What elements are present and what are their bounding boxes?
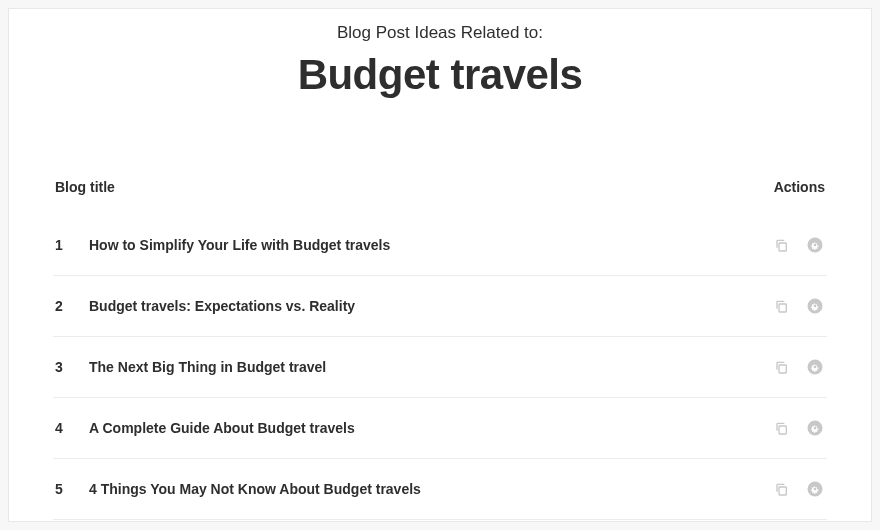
copy-icon[interactable] [771, 296, 791, 316]
row-title: 4 Things You May Not Know About Budget t… [89, 481, 771, 497]
row-actions [771, 296, 825, 316]
row-title: Budget travels: Expectations vs. Reality [89, 298, 771, 314]
rows-container: 1How to Simplify Your Life with Budget t… [53, 215, 827, 520]
svg-rect-1 [779, 304, 786, 312]
table-row[interactable]: 1How to Simplify Your Life with Budget t… [53, 215, 827, 276]
table-row[interactable]: 3The Next Big Thing in Budget travel [53, 337, 827, 398]
row-title: The Next Big Thing in Budget travel [89, 359, 771, 375]
table-row[interactable]: 54 Things You May Not Know About Budget … [53, 459, 827, 520]
row-index: 4 [55, 420, 89, 436]
header-topic: Budget travels [53, 51, 827, 99]
row-index: 5 [55, 481, 89, 497]
ideas-panel: Blog Post Ideas Related to: Budget trave… [8, 8, 872, 522]
table-row[interactable]: 2Budget travels: Expectations vs. Realit… [53, 276, 827, 337]
row-index: 1 [55, 237, 89, 253]
table-row[interactable]: 4A Complete Guide About Budget travels [53, 398, 827, 459]
copy-icon[interactable] [771, 418, 791, 438]
svg-rect-4 [779, 487, 786, 495]
copy-icon[interactable] [771, 479, 791, 499]
row-actions [771, 479, 825, 499]
gear-icon[interactable] [805, 479, 825, 499]
row-title: A Complete Guide About Budget travels [89, 420, 771, 436]
gear-icon[interactable] [805, 235, 825, 255]
gear-icon[interactable] [805, 357, 825, 377]
row-actions [771, 418, 825, 438]
gear-icon[interactable] [805, 418, 825, 438]
svg-rect-3 [779, 426, 786, 434]
col-title-label: Blog title [55, 179, 115, 195]
row-index: 2 [55, 298, 89, 314]
row-actions [771, 235, 825, 255]
svg-rect-0 [779, 243, 786, 251]
col-actions-label: Actions [774, 179, 825, 195]
gear-icon[interactable] [805, 296, 825, 316]
row-actions [771, 357, 825, 377]
svg-rect-2 [779, 365, 786, 373]
row-title: How to Simplify Your Life with Budget tr… [89, 237, 771, 253]
copy-icon[interactable] [771, 235, 791, 255]
row-index: 3 [55, 359, 89, 375]
copy-icon[interactable] [771, 357, 791, 377]
header-label: Blog Post Ideas Related to: [53, 23, 827, 43]
table-header: Blog title Actions [53, 179, 827, 215]
